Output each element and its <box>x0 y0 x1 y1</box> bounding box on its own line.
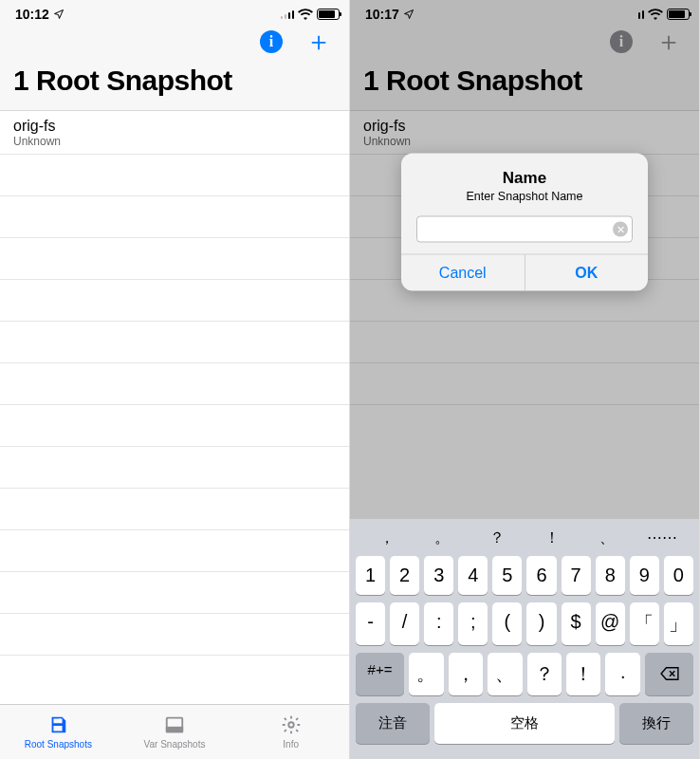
key[interactable]: 4 <box>458 556 488 595</box>
list-item-empty <box>0 489 349 530</box>
name-alert: Name Enter Snapshot Name ✕ Cancel OK <box>401 154 648 291</box>
key[interactable]: 」 <box>664 602 693 645</box>
list-item-empty <box>0 405 349 447</box>
battery-icon <box>667 9 690 20</box>
list-item-empty <box>0 614 349 656</box>
gear-icon <box>280 714 303 737</box>
signal-icon <box>281 9 295 19</box>
svg-rect-2 <box>167 728 183 732</box>
key[interactable]: ！ <box>566 653 600 695</box>
svg-point-3 <box>288 722 294 728</box>
drive-icon <box>163 714 186 737</box>
tab-var-snapshots[interactable]: Var Snapshots <box>117 705 233 759</box>
key[interactable]: 5 <box>492 556 522 595</box>
key[interactable]: : <box>424 602 453 645</box>
screen-left: 10:12 i ＋ 1 Root Snapshot orig-fs Unknow… <box>0 0 350 759</box>
candidate-key[interactable]: ， <box>359 528 414 548</box>
add-button[interactable]: ＋ <box>305 28 332 55</box>
signal-icon <box>631 9 645 19</box>
ok-button[interactable]: OK <box>525 255 649 291</box>
candidate-key[interactable]: ！ <box>525 528 580 548</box>
candidate-key[interactable]: ？ <box>470 528 525 548</box>
list-item-empty <box>0 530 349 572</box>
backspace-key[interactable] <box>645 653 693 695</box>
cancel-button[interactable]: Cancel <box>401 255 525 291</box>
candidate-key[interactable]: ⋯⋯ <box>635 528 690 548</box>
key[interactable]: @ <box>596 602 625 645</box>
key[interactable]: / <box>390 602 419 645</box>
battery-icon <box>317 9 340 20</box>
key[interactable]: - <box>356 602 385 645</box>
tab-label: Info <box>283 739 299 750</box>
list-item-empty <box>0 572 349 614</box>
wifi-icon <box>648 9 663 20</box>
keyboard: ， 。 ？ ！ 、 ⋯⋯ 1 2 3 4 5 6 7 8 9 0 - / : ;… <box>350 519 699 759</box>
snapshot-list: orig-fs Unknown <box>0 111 349 704</box>
list-item-empty <box>0 322 349 363</box>
alert-title: Name <box>416 169 633 188</box>
floppy-icon <box>46 714 69 737</box>
key[interactable]: 「 <box>630 602 659 645</box>
candidate-key[interactable]: 。 <box>414 528 470 548</box>
candidate-key[interactable]: 、 <box>580 528 635 548</box>
key[interactable]: 0 <box>664 556 693 595</box>
key[interactable]: 。 <box>409 653 443 695</box>
screen-right: 10:17 i ＋ 1 Root Snapshot orig-fs Unknow… <box>350 0 700 759</box>
key[interactable]: 7 <box>562 556 591 595</box>
key[interactable]: $ <box>562 602 591 645</box>
key[interactable]: ？ <box>527 653 562 695</box>
list-item-empty <box>0 280 349 322</box>
list-item-empty <box>0 155 349 196</box>
page-title: 1 Root Snapshot <box>13 65 336 97</box>
key[interactable]: 6 <box>526 556 556 595</box>
status-time: 10:17 <box>365 7 399 22</box>
tab-bar: Root Snapshots Var Snapshots Info <box>0 704 349 759</box>
key[interactable]: 3 <box>424 556 453 595</box>
list-item-empty <box>0 238 349 280</box>
zhuyin-key[interactable]: 注音 <box>356 703 430 744</box>
return-key[interactable]: 換行 <box>619 703 693 744</box>
location-icon <box>53 9 64 20</box>
key[interactable]: ( <box>492 602 522 645</box>
nav-bar: i ＋ <box>0 25 349 63</box>
tab-info[interactable]: Info <box>232 705 349 759</box>
tab-label: Var Snapshots <box>144 739 206 750</box>
wifi-icon <box>298 9 313 20</box>
key[interactable]: 、 <box>488 653 522 695</box>
tab-root-snapshots[interactable]: Root Snapshots <box>0 705 117 759</box>
list-item-empty <box>0 447 349 489</box>
clear-input-icon[interactable]: ✕ <box>613 222 628 237</box>
snapshot-name-input[interactable] <box>416 216 633 243</box>
key[interactable]: ， <box>449 653 483 695</box>
candidate-bar: ， 。 ？ ！ 、 ⋯⋯ <box>354 525 695 556</box>
key[interactable]: ) <box>526 602 556 645</box>
key[interactable]: ; <box>458 602 488 645</box>
list-item-empty <box>0 363 349 405</box>
status-bar: 10:12 <box>0 0 349 25</box>
location-icon <box>403 9 414 20</box>
key[interactable]: . <box>605 653 639 695</box>
status-bar: 10:17 <box>350 0 699 25</box>
info-button[interactable]: i <box>260 30 283 53</box>
list-item-subtitle: Unknown <box>13 135 336 148</box>
list-item-empty <box>0 196 349 238</box>
key[interactable]: 9 <box>630 556 659 595</box>
space-key[interactable]: 空格 <box>434 703 616 744</box>
svg-rect-0 <box>59 719 61 723</box>
symbols-key[interactable]: #+= <box>356 653 404 695</box>
tab-label: Root Snapshots <box>25 739 92 750</box>
status-time: 10:12 <box>15 7 49 22</box>
key[interactable]: 1 <box>356 556 385 595</box>
list-item-title: orig-fs <box>13 118 336 135</box>
list-item[interactable]: orig-fs Unknown <box>0 111 349 155</box>
key[interactable]: 8 <box>596 556 625 595</box>
key[interactable]: 2 <box>390 556 419 595</box>
alert-message: Enter Snapshot Name <box>416 190 633 203</box>
